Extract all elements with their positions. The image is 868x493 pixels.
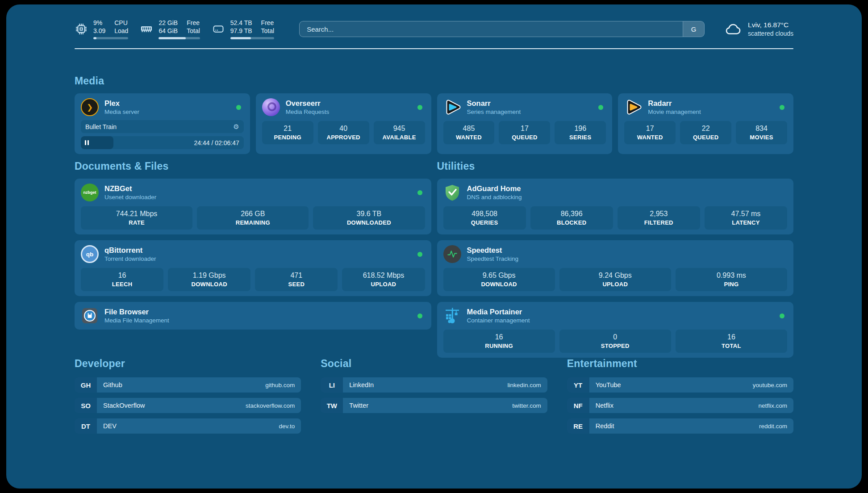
stat-label: DOWNLOAD bbox=[445, 281, 553, 288]
stats-row: 21 PENDING 40 APPROVED 945 AVAILABLE bbox=[262, 121, 425, 144]
bookmark-abbr: TW bbox=[321, 398, 343, 413]
bookmark-link[interactable]: RE Reddit reddit.com bbox=[567, 418, 793, 434]
stat-box: 16 LEECH bbox=[81, 268, 163, 291]
bookmark-name: YouTube bbox=[596, 381, 621, 389]
bookmark-body: Reddit reddit.com bbox=[589, 418, 793, 434]
sonarr-icon bbox=[443, 98, 461, 116]
app-subtitle: Series management bbox=[467, 109, 521, 115]
bookmark-url: github.com bbox=[265, 382, 295, 389]
stat-value: 834 bbox=[738, 125, 785, 133]
stat-box: 0 STOPPED bbox=[559, 330, 671, 353]
app-card-portainer[interactable]: Media Portainer Container management 16 … bbox=[437, 302, 794, 358]
search-engine-button[interactable]: G bbox=[683, 21, 704, 37]
weather-condition: scattered clouds bbox=[748, 30, 793, 37]
app-name: File Browser bbox=[104, 308, 169, 316]
app-card-filebrowser[interactable]: File Browser Media File Management bbox=[75, 302, 431, 330]
bookmark-url: reddit.com bbox=[759, 423, 787, 430]
app-subtitle: Speedtest Tracking bbox=[467, 256, 519, 262]
stat-label: STOPPED bbox=[561, 343, 669, 349]
app-name: Overseerr bbox=[286, 100, 330, 107]
bookmark-link[interactable]: DT DEV dev.to bbox=[75, 418, 301, 434]
cpu-labels: CPU Load bbox=[114, 19, 128, 35]
app-subtitle: Media server bbox=[104, 109, 139, 115]
app-subtitle: Container management bbox=[467, 318, 530, 324]
stat-box: 17 QUEUED bbox=[499, 121, 550, 144]
stat-label: AVAILABLE bbox=[376, 134, 423, 141]
disk-labels: Free Total bbox=[261, 19, 275, 35]
stat-label: PING bbox=[677, 281, 785, 288]
online-status-dot bbox=[417, 105, 422, 110]
stat-value: 39.6 TB bbox=[315, 210, 423, 218]
stat-box: 945 AVAILABLE bbox=[374, 121, 425, 144]
stats-row: 16 LEECH 1.19 Gbps DOWNLOAD 471 SEED bbox=[81, 268, 425, 291]
app-card-plex[interactable]: ❯ Plex Media server Bullet Train ⚙ 24:44… bbox=[75, 93, 250, 154]
stat-box: 2,953 FILTERED bbox=[618, 206, 700, 230]
bookmark-body: Netflix netflix.com bbox=[589, 398, 793, 413]
bookmark-abbr: RE bbox=[567, 418, 589, 434]
utilities-column: AdGuard Home DNS and adblocking 498,508 … bbox=[437, 179, 794, 358]
link-list: GH Github github.com SO StackOverflow st… bbox=[75, 377, 301, 434]
bookmark-link[interactable]: SO StackOverflow stackoverflow.com bbox=[75, 398, 301, 413]
app-card-overseerr[interactable]: Overseerr Media Requests 21 PENDING 40 A… bbox=[256, 93, 431, 154]
bookmark-link[interactable]: LI LinkedIn linkedin.com bbox=[321, 377, 547, 393]
bookmark-body: Twitter twitter.com bbox=[343, 398, 547, 413]
portainer-icon bbox=[443, 307, 461, 325]
bookmark-link[interactable]: YT YouTube youtube.com bbox=[567, 377, 793, 393]
now-playing-title: Bullet Train bbox=[85, 123, 117, 130]
app-card-nzbget[interactable]: nzbget NZBGet Usenet downloader 744.21 M… bbox=[75, 179, 431, 234]
pause-icon bbox=[85, 140, 86, 145]
disk-stat: 52.4 TB 97.9 TB Free Total bbox=[212, 19, 274, 39]
app-card-qbittorrent[interactable]: qb qBittorrent Torrent downloader 16 LEE… bbox=[75, 240, 431, 296]
app-card-sonarr[interactable]: Sonarr Series management 485 WANTED 17 Q… bbox=[437, 93, 613, 154]
link-list: YT YouTube youtube.com NF Netflix netfli… bbox=[567, 377, 793, 434]
stat-box: 618.52 Mbps UPLOAD bbox=[342, 268, 425, 291]
stats-row: 744.21 Mbps RATE 266 GB REMAINING 39.6 T… bbox=[81, 206, 425, 230]
bookmark-link[interactable]: NF Netflix netflix.com bbox=[567, 398, 793, 413]
bookmark-url: dev.to bbox=[279, 423, 295, 430]
cpu-values: 9% 3.09 bbox=[93, 19, 105, 35]
documents-column: nzbget NZBGet Usenet downloader 744.21 M… bbox=[75, 179, 431, 330]
search-input[interactable] bbox=[300, 21, 683, 37]
bookmark-link[interactable]: GH Github github.com bbox=[75, 377, 301, 393]
stat-label: QUEUED bbox=[682, 134, 730, 141]
stat-label: TOTAL bbox=[677, 343, 785, 349]
app-card-speedtest[interactable]: Speedtest Speedtest Tracking 9.65 Gbps D… bbox=[437, 240, 794, 296]
speedtest-icon bbox=[443, 245, 461, 263]
app-card-adguard[interactable]: AdGuard Home DNS and adblocking 498,508 … bbox=[437, 179, 794, 234]
app-subtitle: Usenet downloader bbox=[104, 194, 156, 201]
stat-label: LATENCY bbox=[706, 219, 785, 226]
stat-label: DOWNLOAD bbox=[170, 281, 249, 288]
gear-icon[interactable]: ⚙ bbox=[233, 123, 239, 131]
bookmark-body: LinkedIn linkedin.com bbox=[343, 377, 547, 393]
stat-box: 21 PENDING bbox=[262, 121, 313, 144]
stat-value: 945 bbox=[376, 125, 423, 133]
weather-location-temp: Lviv, 16.87°C bbox=[748, 21, 793, 29]
bookmark-abbr: DT bbox=[75, 418, 97, 434]
stats-row: 485 WANTED 17 QUEUED 196 SERIES bbox=[443, 121, 606, 144]
stat-label: UPLOAD bbox=[561, 281, 669, 288]
stat-label: WANTED bbox=[445, 134, 493, 141]
stat-value: 498,508 bbox=[445, 210, 524, 218]
bookmark-url: linkedin.com bbox=[508, 382, 541, 389]
stat-label: SEED bbox=[257, 281, 336, 288]
weather-widget[interactable]: Lviv, 16.87°C scattered clouds bbox=[724, 20, 793, 38]
online-status-dot bbox=[236, 105, 241, 110]
app-subtitle: DNS and adblocking bbox=[467, 194, 522, 201]
stat-box: 9.24 Gbps UPLOAD bbox=[559, 268, 671, 291]
stats-row: 16 RUNNING 0 STOPPED 16 TOTAL bbox=[443, 330, 788, 353]
stat-label: WANTED bbox=[626, 134, 674, 141]
qbittorrent-icon: qb bbox=[81, 245, 99, 263]
app-name: Sonarr bbox=[467, 100, 521, 107]
media-grid: ❯ Plex Media server Bullet Train ⚙ 24:44… bbox=[75, 93, 793, 154]
bookmark-name: Twitter bbox=[349, 402, 368, 409]
ram-icon bbox=[140, 22, 153, 36]
bookmark-link[interactable]: TW Twitter twitter.com bbox=[321, 398, 547, 413]
dashboard-panel: 9% 3.09 CPU Load 22 GiB 64 GiB bbox=[6, 4, 862, 489]
app-card-radarr[interactable]: Radarr Movie management 17 WANTED 22 QUE… bbox=[618, 93, 793, 154]
online-status-dot bbox=[780, 105, 785, 110]
section-title-entertainment: Entertainment bbox=[567, 358, 793, 370]
link-list: LI LinkedIn linkedin.com TW Twitter twit… bbox=[321, 377, 547, 413]
bookmark-url: stackoverflow.com bbox=[246, 402, 295, 409]
app-name: Media Portainer bbox=[467, 308, 530, 316]
bookmark-name: DEV bbox=[103, 422, 117, 430]
